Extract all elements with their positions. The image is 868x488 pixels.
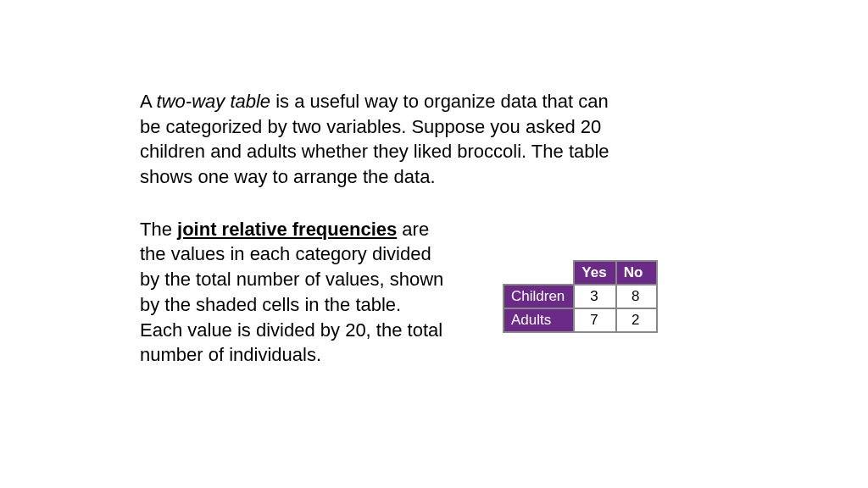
table-header-row: Yes No bbox=[504, 261, 657, 285]
data-table-wrap: Yes No Children 3 8 Adults 7 2 bbox=[503, 260, 658, 333]
table-colhead: Yes bbox=[574, 261, 615, 285]
intro-paragraph: A two-way table is a useful way to organ… bbox=[140, 89, 615, 190]
table-colhead: No bbox=[616, 261, 657, 285]
table-row: Adults 7 2 bbox=[504, 308, 657, 332]
table-cell: 3 bbox=[574, 285, 615, 308]
lower-row: The joint relative frequencies are the v… bbox=[140, 217, 733, 368]
definition-paragraph: The joint relative frequencies are the v… bbox=[140, 217, 445, 368]
table-cell: 8 bbox=[616, 285, 657, 308]
table-corner-cell bbox=[504, 261, 574, 285]
table-cell: 2 bbox=[616, 308, 657, 332]
table-cell: 7 bbox=[574, 308, 615, 332]
def-rest: are the values in each category divided … bbox=[140, 219, 443, 365]
two-way-table: Yes No Children 3 8 Adults 7 2 bbox=[503, 260, 658, 333]
table-rowhead: Children bbox=[504, 285, 574, 308]
table-row: Children 3 8 bbox=[504, 285, 657, 308]
intro-lead: A bbox=[140, 91, 157, 112]
def-term: joint relative frequencies bbox=[177, 219, 397, 240]
slide-content: A two-way table is a useful way to organ… bbox=[140, 89, 733, 368]
table-rowhead: Adults bbox=[504, 308, 574, 332]
def-lead: The bbox=[140, 219, 177, 240]
intro-term: two-way table bbox=[157, 91, 271, 112]
